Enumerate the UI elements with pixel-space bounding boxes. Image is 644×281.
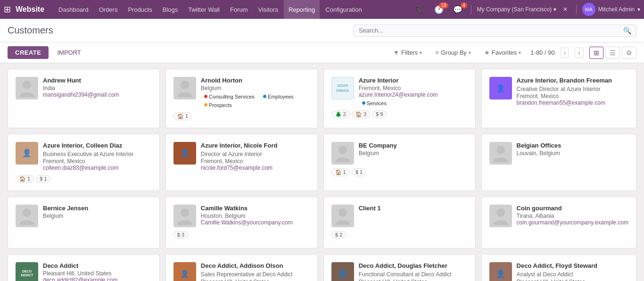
- nav-reporting[interactable]: Reporting: [284, 0, 320, 19]
- tag-dot: [204, 95, 207, 98]
- card-header: Coin gourmand Tirana, Albaniacoin.gourma…: [489, 205, 628, 227]
- import-button[interactable]: IMPORT: [52, 46, 85, 59]
- customer-card[interactable]: Camille Watkins Houston, BelgiumCamille.…: [165, 197, 318, 248]
- user-menu[interactable]: MA Mitchell Admin ▾: [582, 3, 640, 16]
- favorites-button[interactable]: ★ Favorites ▾: [480, 47, 525, 58]
- kanban-view-button[interactable]: ⊞: [589, 47, 603, 59]
- user-name: Mitchell Admin: [598, 6, 635, 13]
- company-selector[interactable]: My Company (San Francisco) ▾: [477, 6, 557, 13]
- card-location: Louvain, Belgium: [517, 150, 628, 157]
- nav-dashboard[interactable]: Dashboard: [54, 0, 93, 19]
- card-email: mansigandhi2394@gmail.com: [43, 91, 152, 98]
- avatar: [16, 205, 38, 227]
- list-view-button[interactable]: ☰: [605, 47, 620, 59]
- card-info: Coin gourmand Tirana, Albaniacoin.gourma…: [517, 205, 628, 226]
- card-header: 👤 Deco Addict, Douglas Fletcher Function…: [331, 262, 468, 281]
- top-navigation: ⊞ Website Dashboard Orders Products Blog…: [0, 0, 644, 19]
- phone-button[interactable]: 📞: [413, 3, 428, 16]
- nav-orders[interactable]: Orders: [94, 0, 123, 19]
- page-title: Customers: [8, 25, 53, 36]
- customer-card[interactable]: 👤 Azure Interior, Brandon Freeman Creati…: [481, 69, 636, 128]
- pagination-prev[interactable]: ‹: [561, 48, 570, 58]
- group-by-button[interactable]: ≡ Group By ▾: [431, 47, 475, 58]
- nav-configuration[interactable]: Configuration: [321, 0, 366, 19]
- avatar: 👤: [489, 262, 512, 281]
- avatar: [489, 142, 512, 165]
- tag-item: Employees: [260, 93, 297, 100]
- apps-icon[interactable]: ⊞: [4, 4, 11, 15]
- avatar: [16, 77, 38, 99]
- customer-card[interactable]: 👤 Deco Addict, Douglas Fletcher Function…: [323, 254, 476, 281]
- pagination-next[interactable]: ›: [575, 48, 584, 58]
- avatar: 👤: [489, 77, 512, 99]
- badge-row: 🏠 1: [173, 112, 310, 120]
- card-info: Arnold Horton Belgium Consulting Service…: [201, 77, 310, 108]
- nav-twitter-wall[interactable]: Twitter Wall: [183, 0, 224, 19]
- card-location: Fremont, Mexico: [201, 158, 310, 165]
- nav-visitors[interactable]: Visitors: [254, 0, 283, 19]
- customer-card[interactable]: DECOADDICT Deco Addict Pleasant Hill, Un…: [8, 254, 160, 281]
- customer-card[interactable]: Arnold Horton Belgium Consulting Service…: [165, 69, 318, 128]
- card-header: 👤 Azure Interior, Brandon Freeman Creati…: [489, 77, 628, 106]
- customer-card[interactable]: Client 1 $ 2: [323, 197, 476, 248]
- card-location: Belgium: [43, 213, 152, 219]
- badge-item: 🏠 1: [16, 175, 34, 183]
- nav-links: Dashboard Orders Products Blogs Twitter …: [54, 0, 411, 19]
- card-info: Deco Addict, Floyd Steward Analyst at De…: [517, 262, 628, 281]
- customer-card[interactable]: 👤 Deco Addict, Floyd Steward Analyst at …: [481, 254, 636, 281]
- user-dropdown-icon: ▾: [637, 6, 640, 13]
- customer-card[interactable]: Coin gourmand Tirana, Albaniacoin.gourma…: [481, 197, 636, 248]
- card-name: Deco Addict: [43, 262, 152, 270]
- card-info: Deco Addict, Douglas Fletcher Functional…: [359, 262, 468, 281]
- card-info: Belgian Offices Louvain, Belgium: [517, 142, 628, 157]
- badge-row: 🌲 2🏠 3$ 9: [331, 110, 468, 118]
- favorites-dropdown-icon: ▾: [519, 50, 521, 55]
- customer-card[interactable]: azureinterior Azure Interior Fremont, Me…: [323, 69, 476, 128]
- customer-card[interactable]: 👤 Deco Addict, Addison Olson Sales Repre…: [165, 254, 318, 281]
- customer-card[interactable]: 👤 Azure Interior, Colleen Diaz Business …: [8, 134, 160, 191]
- card-name: Andrew Hunt: [43, 77, 152, 85]
- customer-card[interactable]: Bernice Jensen Belgium: [8, 197, 160, 248]
- avatar: 👤: [331, 262, 354, 281]
- card-location: Fremont, Mexico: [517, 93, 628, 99]
- avatar: [489, 205, 512, 227]
- tag-dot: [362, 101, 365, 105]
- activity-button[interactable]: 🕐 19: [431, 3, 446, 16]
- customer-card[interactable]: BE Company Belgium 🏠 1$ 1: [323, 134, 476, 191]
- close-button[interactable]: ×: [560, 3, 570, 16]
- settings-view-button[interactable]: ⚙: [622, 47, 636, 59]
- messages-button[interactable]: 💬 4: [450, 3, 465, 16]
- badge-item: 🏠 3: [352, 110, 370, 118]
- card-subtitle: Analyst at Deco Addict: [517, 271, 628, 279]
- create-button[interactable]: CREATE: [8, 46, 49, 59]
- card-email: coin.gourmand@yourcompany.example.com: [517, 219, 628, 226]
- card-header: Client 1: [331, 205, 468, 227]
- avatar: [331, 142, 354, 165]
- card-header: 👤 Deco Addict, Addison Olson Sales Repre…: [173, 262, 310, 281]
- favorites-star-icon: ★: [484, 49, 490, 56]
- customer-card[interactable]: Andrew Hunt Indiamansigandhi2394@gmail.c…: [8, 69, 160, 128]
- search-input[interactable]: [359, 27, 623, 34]
- card-email: brandon.freeman55@example.com: [517, 99, 628, 106]
- card-header: 👤 Azure Interior, Colleen Diaz Business …: [16, 142, 152, 171]
- nav-forum[interactable]: Forum: [225, 0, 253, 19]
- badge-row: 🏠 1$ 1: [331, 168, 468, 176]
- card-info: Azure Interior Fremont, Mexicoazure.Inte…: [359, 77, 468, 107]
- search-container: 🔍: [354, 25, 636, 37]
- customers-grid: Andrew Hunt Indiamansigandhi2394@gmail.c…: [8, 69, 636, 281]
- card-name: Deco Addict, Douglas Fletcher: [359, 262, 468, 270]
- customer-card[interactable]: 👤 Azure Interior, Nicole Ford Director a…: [165, 134, 318, 191]
- card-info: Bernice Jensen Belgium: [43, 205, 152, 219]
- badge-row: $ 2: [331, 231, 468, 239]
- group-by-dropdown-icon: ▾: [469, 50, 471, 55]
- company-dropdown-icon: ▾: [553, 6, 556, 13]
- card-header: Camille Watkins Houston, BelgiumCamille.…: [173, 205, 310, 227]
- user-avatar: MA: [582, 3, 595, 16]
- nav-products[interactable]: Products: [123, 0, 157, 19]
- nav-blogs[interactable]: Blogs: [158, 0, 183, 19]
- svg-point-1: [181, 81, 189, 89]
- customer-card[interactable]: Belgian Offices Louvain, Belgium: [481, 134, 636, 191]
- card-location: Fremont, Mexico: [359, 85, 468, 91]
- toolbar-right: ▼ Filters ▾ ≡ Group By ▾ ★ Favorites ▾ 1…: [389, 47, 636, 59]
- filters-button[interactable]: ▼ Filters ▾: [389, 47, 426, 58]
